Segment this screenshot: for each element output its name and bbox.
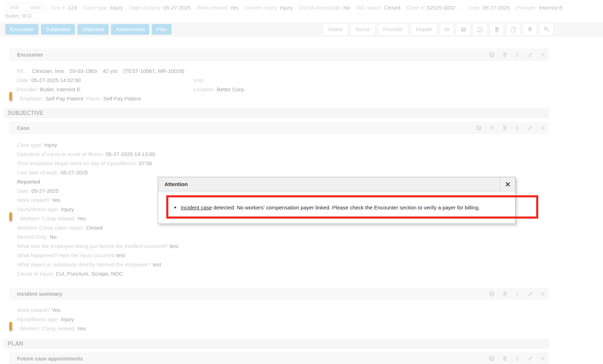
edit-pencil-icon[interactable] [523,355,536,363]
alert-message-text: detected: No workers' compensation payer… [212,204,480,210]
encounter-provider-row: Provider:Butler, Internist E. Location:B… [17,85,603,94]
svg-text:?: ? [478,126,480,130]
settings-gear-icon[interactable] [539,23,553,36]
case-section-actions: ? [472,122,549,134]
incident-row-workers-comp-related: Workers' Comp related:Yes [17,324,603,333]
svg-text:?: ? [491,356,493,360]
incident-case-link[interactable]: Incident case [181,204,212,210]
book-icon[interactable] [498,124,511,132]
bookmark-icon[interactable] [485,124,498,132]
encounter-section-title: Encounter [17,52,43,58]
note-toolbar: Encounter Subjective Objective Assessmen… [0,22,603,37]
provider-name-wrap: Butler, M.D. [0,12,603,21]
encounter-date-value: 05-27-2025 14:02:00 [31,77,81,83]
book-icon[interactable] [498,355,511,363]
patient-name: Clinician, Ima [32,68,64,74]
eye-icon[interactable] [440,23,454,36]
tab-objective[interactable]: Objective [77,24,109,35]
attention-dialog: Attention Incident case detected: No wor… [158,177,516,224]
intake-button[interactable]: Intake [323,23,348,36]
patient-re-line: RE:Clinician, Ima03-03-198342 y/o(TEST-1… [17,67,603,76]
payer-value: Self Pay Patient [103,96,141,102]
employer-value: Self Pay Patient [46,96,83,102]
close-icon[interactable] [536,290,549,298]
field-wc-status: WC status: Closed [356,5,400,11]
case-info-bar: Visit View Enc #: 123 Case type: Injury … [0,0,603,12]
microphone-icon[interactable] [511,51,523,59]
attention-dialog-title: Attention [158,181,188,187]
incident-summary-actions: ? [485,288,549,300]
annotation-highlight-employer-payer [9,92,12,101]
encounter-section-header: Encounter ? [9,48,549,61]
field-encounter-date: Date: 05-27-2025 [469,5,510,11]
case-row-record-only: Record Only:No [17,232,603,242]
microphone-icon[interactable] [511,124,523,132]
close-icon[interactable] [536,124,549,132]
microphone-icon[interactable] [511,290,523,298]
case-row-wc-claim-status: Workers' Comp claim status:Closed [17,223,603,232]
svg-text:?: ? [491,52,493,57]
field-current-injury: Current injury: Injury [245,5,292,11]
depart-button[interactable]: Depart [411,23,437,36]
edit-pencil-icon[interactable] [523,51,536,59]
tab-encounter[interactable]: Encounter [5,24,39,35]
close-icon[interactable] [536,51,549,59]
book-icon[interactable] [498,51,511,59]
microphone-icon[interactable] [511,355,523,363]
edit-pencil-icon[interactable] [523,124,536,132]
field-enc-number: Enc #: 123 [51,5,77,11]
copy-icon[interactable] [506,23,520,36]
divider [462,5,462,11]
subjective-heading: SUBJECTIVE [4,108,549,118]
stage-buttons: Intake Nurse Provider Depart [323,23,553,36]
tab-assessment[interactable]: Assessment [111,24,149,35]
case-section-header: Case ? [9,122,549,134]
close-icon[interactable] [500,177,515,191]
book-icon[interactable] [498,290,511,298]
patient-age: 42 y/o [103,68,117,74]
patient-ids: (TEST-10067, MR-10028) [123,68,185,74]
case-row-object-harmed: What object or substance directly harmed… [17,260,603,269]
case-section-title: Case [17,125,30,131]
nurse-button[interactable]: Nurse [350,23,375,36]
close-icon[interactable] [536,355,549,363]
provider-value: Butler, Internist E. [40,86,82,92]
incident-summary-title: Incident summary [17,291,62,297]
help-icon[interactable]: ? [485,51,498,59]
field-provider: Provider: Internist E. [516,5,564,11]
field-work-related: Work related: Yes [197,5,238,11]
annotation-highlight-incident-workers-comp [9,322,12,331]
location-value: Better Corp. [217,86,245,92]
field-osha-recordable: OSHA recordable: No [299,5,350,11]
case-row-what-happened: What happened? How the injury occurredte… [17,251,603,260]
book-icon[interactable] [489,23,504,36]
help-icon[interactable]: ? [472,124,485,132]
future-appointments-actions: ? [485,352,549,364]
encounter-date-row: Date:05-27-2025 14:02:00 Visit [17,76,603,85]
tab-subjective[interactable]: Subjective [41,24,75,35]
field-case-number: Case #: S2025-0002 [407,5,456,11]
help-icon[interactable]: ? [485,290,498,298]
visit-button[interactable]: Visit [5,3,23,12]
edit-pencil-icon[interactable] [523,290,536,298]
archive-icon[interactable] [456,23,470,36]
help-icon[interactable]: ? [485,355,498,363]
alert-message: Incident case detected: No workers' comp… [181,204,480,210]
bullet-marker [174,207,176,208]
incident-row-injury-type: Injury/illness type:Injury [17,315,603,324]
future-appointments-title: Future case appointments [17,356,83,362]
case-row-time-began-work: Time employee began work on day of injur… [17,159,603,168]
case-row-injury-datetime: Date/time of injury or onset of illness:… [17,150,603,159]
future-appointments-section-header: Future case appointments ? [9,352,549,364]
incident-row-work-related: Work related?Yes [17,306,603,315]
case-row-last-date-of-work: Last date of work:05-27-2025 [17,168,603,177]
calendar-check-icon[interactable] [473,23,487,36]
attention-dialog-body: Incident case detected: No workers' comp… [158,191,515,224]
provider-button[interactable]: Provider [378,23,408,36]
view-button[interactable]: View [26,3,45,12]
tab-plan[interactable]: Plan [152,24,172,35]
attention-dialog-header: Attention [158,177,515,191]
case-row-cause-of-injury: Cause of Injury:Cut, Puncture, Scrape, N… [17,269,603,278]
bookmark-icon[interactable] [523,23,537,36]
case-row-doing-before-incident: What was the employee doing just before … [17,242,603,251]
